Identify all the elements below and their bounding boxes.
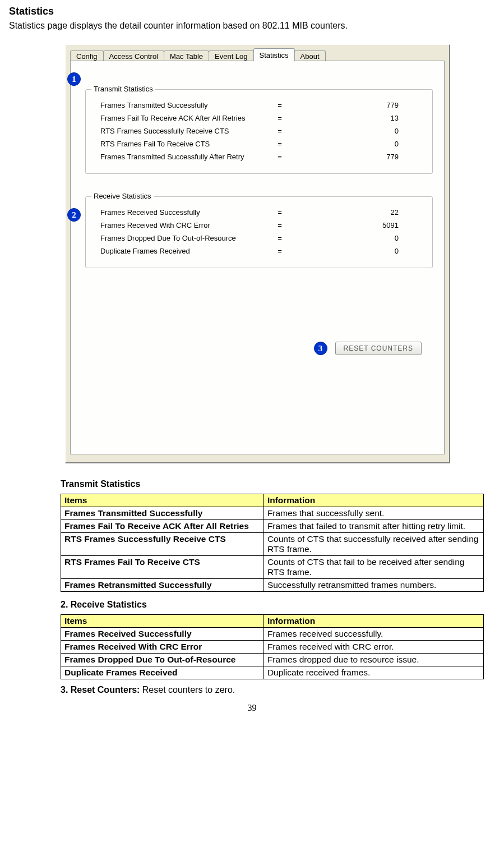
table-row: Duplicate Frames Received Duplicate rece… bbox=[61, 666, 484, 679]
stat-label: Frames Transmitted Successfully After Re… bbox=[100, 153, 269, 161]
table-info: Counts of CTS that fail to be received a… bbox=[263, 556, 483, 579]
table-row: Frames Transmitted Successfully Frames t… bbox=[61, 507, 484, 520]
table-info: Frames dropped due to resource issue. bbox=[263, 654, 483, 666]
stat-row: Frames Transmitted Successfully After Re… bbox=[100, 153, 421, 161]
stat-row: RTS Frames Successfully Receive CTS = 0 bbox=[100, 127, 421, 135]
stat-label: Duplicate Frames Received bbox=[100, 247, 269, 255]
table-row: Frames Received With CRC Error Frames re… bbox=[61, 641, 484, 654]
tab-event-log[interactable]: Event Log bbox=[209, 50, 254, 62]
table-item: Duplicate Frames Received bbox=[61, 666, 264, 679]
receive-statistics-group: Receive Statistics Frames Received Succe… bbox=[85, 196, 433, 268]
stat-value: 22 bbox=[291, 208, 421, 217]
header-information: Information bbox=[263, 494, 483, 507]
table-item: Frames Retransmitted Successfully bbox=[61, 579, 264, 592]
transmit-group-title: Transmit Statistics bbox=[91, 85, 155, 93]
screenshot-container: Config Access Control Mac Table Event Lo… bbox=[65, 44, 450, 463]
tab-body: 1 2 Transmit Statistics Frames Transmitt… bbox=[70, 61, 445, 454]
stat-row: Frames Received With CRC Error = 5091 bbox=[100, 221, 421, 229]
stat-eq: = bbox=[269, 153, 291, 161]
receive-section-heading: 2. Receive Statistics bbox=[61, 600, 484, 610]
transmit-section-heading: Transmit Statistics bbox=[61, 479, 484, 489]
stat-row: Frames Received Successfully = 22 bbox=[100, 208, 421, 217]
stat-value: 13 bbox=[291, 114, 421, 122]
stat-label: Frames Received Successfully bbox=[100, 208, 269, 217]
receive-group-title: Receive Statistics bbox=[91, 192, 154, 200]
table-info: Counts of CTS that successfully received… bbox=[263, 533, 483, 556]
receive-table: Items Information Frames Received Succes… bbox=[61, 614, 484, 679]
stat-label: Frames Fail To Receive ACK After All Ret… bbox=[100, 114, 269, 122]
stat-eq: = bbox=[269, 234, 291, 242]
stat-row: Duplicate Frames Received = 0 bbox=[100, 247, 421, 255]
table-info: Duplicate received frames. bbox=[263, 666, 483, 679]
stat-row: Frames Dropped Due To Out-of-Resource = … bbox=[100, 234, 421, 242]
table-info: Successfully retransmitted frames number… bbox=[263, 579, 483, 592]
table-row: Frames Retransmitted Successfully Succes… bbox=[61, 579, 484, 592]
table-header-row: Items Information bbox=[61, 494, 484, 507]
table-row: Frames Received Successfully Frames rece… bbox=[61, 628, 484, 641]
tab-mac-table[interactable]: Mac Table bbox=[164, 50, 209, 62]
stat-value: 0 bbox=[291, 247, 421, 255]
stat-value: 0 bbox=[291, 127, 421, 135]
stat-label: RTS Frames Successfully Receive CTS bbox=[100, 127, 269, 135]
transmit-statistics-group: Transmit Statistics Frames Transmitted S… bbox=[85, 89, 433, 174]
stat-label: Frames Received With CRC Error bbox=[100, 221, 269, 229]
table-item: RTS Frames Successfully Receive CTS bbox=[61, 533, 264, 556]
header-items: Items bbox=[61, 494, 264, 507]
table-header-row: Items Information bbox=[61, 615, 484, 628]
stat-eq: = bbox=[269, 208, 291, 217]
transmit-table: Items Information Frames Transmitted Suc… bbox=[61, 494, 484, 592]
tab-about[interactable]: About bbox=[294, 50, 326, 62]
stat-row: RTS Frames Fail To Receive CTS = 0 bbox=[100, 140, 421, 148]
tabs: Config Access Control Mac Table Event Lo… bbox=[70, 48, 445, 61]
table-info: Frames that failed to transmit after hit… bbox=[263, 520, 483, 533]
stat-value: 0 bbox=[291, 140, 421, 148]
table-item: Frames Received With CRC Error bbox=[61, 641, 264, 654]
stat-eq: = bbox=[269, 127, 291, 135]
table-info: Frames received with CRC error. bbox=[263, 641, 483, 654]
stat-label: Frames Transmitted Successfully bbox=[100, 101, 269, 109]
table-row: Frames Dropped Due To Out-of-Resource Fr… bbox=[61, 654, 484, 666]
table-row: RTS Frames Successfully Receive CTS Coun… bbox=[61, 533, 484, 556]
table-row: Frames Fail To Receive ACK After All Ret… bbox=[61, 520, 484, 533]
stat-value: 779 bbox=[291, 101, 421, 109]
tab-statistics[interactable]: Statistics bbox=[253, 48, 295, 61]
table-info: Frames that successfully sent. bbox=[263, 507, 483, 520]
stat-row: Frames Fail To Receive ACK After All Ret… bbox=[100, 114, 421, 122]
stat-label: Frames Dropped Due To Out-of-Resource bbox=[100, 234, 269, 242]
stat-eq: = bbox=[269, 221, 291, 229]
reset-row: 3 RESET COUNTERS bbox=[314, 342, 422, 355]
table-item: RTS Frames Fail To Receive CTS bbox=[61, 556, 264, 579]
reset-counters-button[interactable]: RESET COUNTERS bbox=[335, 342, 422, 355]
page-number: 39 bbox=[9, 703, 495, 713]
table-item: Frames Fail To Receive ACK After All Ret… bbox=[61, 520, 264, 533]
description-wrap: Transmit Statistics Items Information Fr… bbox=[61, 479, 484, 695]
reset-prefix: 3. Reset Counters: bbox=[61, 685, 142, 695]
stat-row: Frames Transmitted Successfully = 779 bbox=[100, 101, 421, 109]
stat-eq: = bbox=[269, 114, 291, 122]
app-window: Config Access Control Mac Table Event Lo… bbox=[65, 44, 450, 463]
table-item: Frames Received Successfully bbox=[61, 628, 264, 641]
stat-eq: = bbox=[269, 247, 291, 255]
table-info: Frames received successfully. bbox=[263, 628, 483, 641]
page-title: Statistics bbox=[9, 6, 495, 17]
stat-value: 779 bbox=[291, 153, 421, 161]
callout-3: 3 bbox=[314, 342, 327, 355]
table-row: RTS Frames Fail To Receive CTS Counts of… bbox=[61, 556, 484, 579]
callout-2: 2 bbox=[67, 208, 81, 222]
stat-eq: = bbox=[269, 140, 291, 148]
reset-counters-description: 3. Reset Counters: Reset counters to zer… bbox=[61, 685, 484, 695]
table-item: Frames Dropped Due To Out-of-Resource bbox=[61, 654, 264, 666]
header-items: Items bbox=[61, 615, 264, 628]
reset-text: Reset counters to zero. bbox=[142, 685, 235, 695]
tab-access-control[interactable]: Access Control bbox=[103, 50, 164, 62]
callout-1: 1 bbox=[67, 72, 81, 86]
table-item: Frames Transmitted Successfully bbox=[61, 507, 264, 520]
header-information: Information bbox=[263, 615, 483, 628]
stat-value: 5091 bbox=[291, 221, 421, 229]
tab-config[interactable]: Config bbox=[70, 50, 104, 62]
stat-label: RTS Frames Fail To Receive CTS bbox=[100, 140, 269, 148]
page-description: Statistics page displays the detail coun… bbox=[9, 21, 495, 31]
stat-value: 0 bbox=[291, 234, 421, 242]
stat-eq: = bbox=[269, 101, 291, 109]
